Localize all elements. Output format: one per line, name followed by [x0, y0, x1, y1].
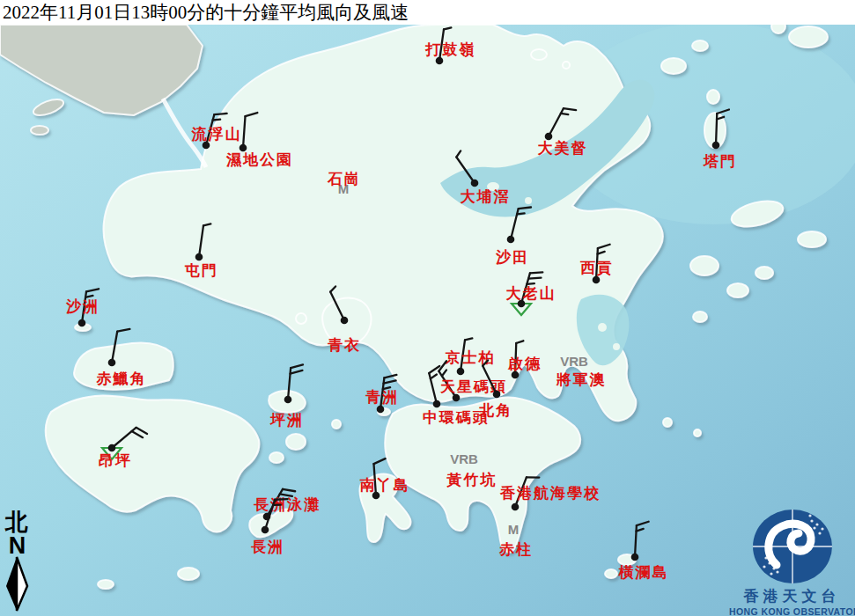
wind-barb [288, 363, 303, 400]
north-arrow-icon [2, 556, 32, 612]
station-note: VRB [560, 354, 588, 369]
station-peng-chau: 坪洲 [269, 363, 304, 429]
station-label: 南丫島 [360, 477, 410, 494]
station-label: 流浮山 [191, 126, 242, 143]
title-bar: 2022年11月01日13時00分的十分鐘平均風向及風速 [0, 0, 855, 25]
north-compass: 北 N [2, 510, 32, 616]
station-hk-sea-school: 香港航海學校 [499, 473, 601, 511]
station-tuen-mun: 屯門 [184, 223, 218, 279]
station-dot [545, 133, 553, 141]
station-kings-park: 京士柏 [445, 337, 496, 375]
station-ta-kwu-ling: 打鼓嶺 [425, 26, 476, 64]
hko-logo-icon [750, 509, 835, 584]
station-dot [457, 368, 465, 376]
station-dot [284, 396, 292, 404]
station-dot [262, 526, 269, 534]
station-dot [108, 359, 116, 367]
station-label: 濕地公園 [225, 151, 293, 168]
station-lamma-island: 南丫島 [360, 458, 410, 499]
station-wong-chuk-hang: VRB黃竹坑 [446, 451, 498, 488]
station-dot [631, 554, 639, 561]
station-shek-kong: M石崗 [327, 171, 361, 196]
station-label: 青洲 [365, 389, 399, 406]
station-note: VRB [450, 451, 478, 466]
station-label: 香港航海學校 [499, 485, 601, 502]
station-label: 打鼓嶺 [425, 41, 476, 58]
station-dot [341, 317, 349, 325]
station-tates-cairn: 大老山 [506, 269, 556, 315]
station-label: 黃竹坑 [446, 471, 498, 488]
station-label: 京士柏 [445, 349, 496, 366]
station-label: 啟德 [507, 356, 542, 372]
station-label: 坪洲 [269, 412, 304, 429]
station-label: 橫瀾島 [618, 564, 669, 581]
station-label: 西貢 [579, 260, 614, 276]
station-label: 大老山 [506, 285, 556, 302]
station-label: 沙洲 [65, 298, 100, 315]
station-chek-lap-kok: 赤鱲角 [96, 327, 147, 387]
station-dot [78, 319, 86, 327]
north-hanzi-label: 北 [2, 510, 32, 535]
wind-barb [716, 109, 729, 145]
station-dot [240, 144, 247, 152]
station-tap-mun: 塔門 [703, 109, 737, 170]
station-label: 北角 [478, 402, 512, 419]
station-label: 赤鱲角 [96, 370, 147, 387]
wind-barb [199, 223, 210, 258]
station-sai-kung: 西貢 [579, 244, 614, 283]
station-waglan-island: 橫瀾島 [618, 521, 669, 581]
wind-map-app: 流浮山濕地公園打鼓嶺大美督塔門大埔滘M石崗沙田西貢大老山屯門沙洲赤鱲角青衣京士柏… [0, 0, 855, 616]
wind-barb [455, 150, 481, 183]
station-kai-tak: 啟德 [507, 341, 542, 378]
station-dot [512, 503, 520, 511]
station-tai-po-kau: 大埔滘 [455, 150, 511, 205]
station-sha-chau: 沙洲 [65, 287, 100, 326]
station-ngong-ping: 昂坪 [99, 425, 147, 469]
hko-name-english: HONG KONG OBSERVATORY [729, 606, 855, 616]
wind-barb [511, 204, 531, 242]
station-green-island: 青洲 [365, 373, 399, 413]
station-label: 石崗 [327, 171, 361, 187]
wind-barb [635, 521, 649, 558]
station-lau-fau-shan: 流浮山 [191, 110, 242, 149]
station-layer: 流浮山濕地公園打鼓嶺大美督塔門大埔滘M石崗沙田西貢大老山屯門沙洲赤鱲角青衣京士柏… [0, 0, 855, 616]
wind-barb [243, 112, 257, 149]
wind-barb [329, 286, 350, 320]
wind-barb [112, 327, 129, 365]
station-dot [433, 400, 441, 408]
station-dot [507, 236, 515, 244]
station-label: 昂坪 [99, 452, 132, 469]
station-stanley: M赤柱 [498, 522, 533, 558]
station-tseung-kwan-o: VRB將軍澳 [556, 354, 607, 388]
station-dot [471, 180, 479, 187]
station-dot [108, 444, 116, 452]
station-label: 青衣 [328, 337, 361, 354]
hko-name-chinese: 香港天文台 [729, 586, 855, 606]
station-cheung-chau-beach: 長洲泳灘 [254, 485, 321, 522]
station-dot [493, 391, 501, 399]
station-tsing-yi: 青衣 [328, 286, 361, 354]
station-dot [712, 142, 720, 150]
station-dot [377, 406, 385, 414]
station-label: 赤柱 [498, 541, 533, 558]
wind-barb [549, 105, 576, 143]
station-tai-mei-tuk: 大美督 [538, 105, 588, 157]
station-label: 將軍澳 [556, 371, 607, 388]
station-label: 大美督 [538, 139, 588, 157]
station-label: 大埔滘 [461, 188, 511, 205]
north-letter-label: N [2, 535, 32, 556]
station-dot [195, 253, 203, 261]
page-title: 2022年11月01日13時00分的十分鐘平均風向及風速 [0, 0, 855, 25]
hko-logo-block: 香港天文台 HONG KONG OBSERVATORY [729, 509, 855, 616]
station-label: 屯門 [184, 262, 218, 279]
station-note: M [508, 522, 520, 537]
station-dot [593, 276, 601, 284]
station-label: 長洲 [251, 539, 284, 555]
station-label: 沙田 [495, 249, 529, 266]
station-sha-tin: 沙田 [495, 204, 531, 266]
station-label: 塔門 [703, 153, 737, 170]
